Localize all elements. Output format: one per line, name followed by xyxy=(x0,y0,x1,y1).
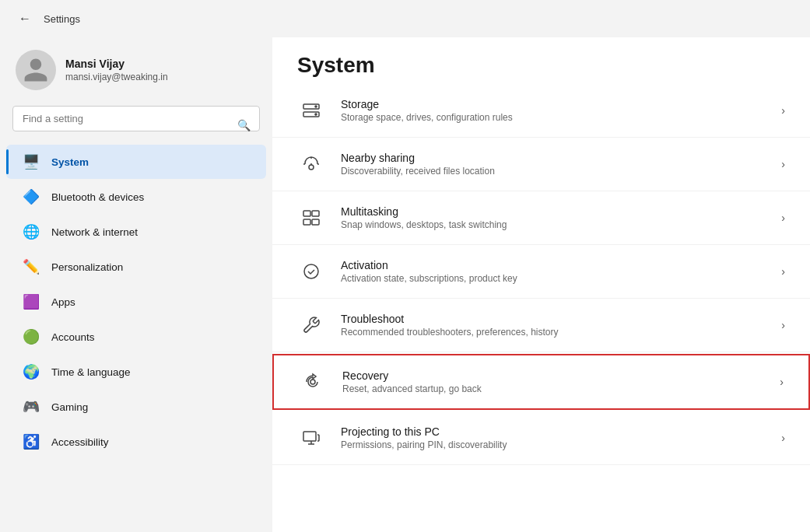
accessibility-icon: ♿ xyxy=(22,432,40,451)
sidebar-item-personalization[interactable]: ✏️ Personalization xyxy=(6,250,266,284)
sidebar-item-network[interactable]: 🌐 Network & internet xyxy=(6,215,266,249)
projecting-icon xyxy=(297,424,325,452)
network-icon: 🌐 xyxy=(22,222,40,241)
sidebar-item-gaming[interactable]: 🎮 Gaming xyxy=(6,390,266,424)
sidebar-label-gaming: Gaming xyxy=(51,401,88,413)
troubleshoot-title: Troubleshoot xyxy=(341,313,775,325)
panel-title: System xyxy=(272,37,810,90)
multitasking-desc: Snap windows, desktops, task switching xyxy=(341,219,775,230)
recovery-content: Recovery Reset, advanced startup, go bac… xyxy=(342,369,773,394)
recovery-title: Recovery xyxy=(342,369,773,382)
svg-rect-11 xyxy=(303,432,316,441)
accounts-icon: 🟢 xyxy=(22,327,40,346)
search-container: 🔍 xyxy=(0,106,272,144)
svg-point-4 xyxy=(309,165,314,170)
settings-item-activation[interactable]: Activation Activation state, subscriptio… xyxy=(272,245,810,299)
storage-icon xyxy=(297,96,325,124)
projecting-desc: Permissions, pairing PIN, discoverabilit… xyxy=(341,439,775,450)
svg-point-9 xyxy=(304,264,318,278)
back-button[interactable]: ← xyxy=(12,6,37,31)
settings-item-troubleshoot[interactable]: Troubleshoot Recommended troubleshooters… xyxy=(272,299,810,352)
bluetooth-icon: 🔷 xyxy=(22,187,40,206)
projecting-content: Projecting to this PC Permissions, pairi… xyxy=(341,425,775,450)
user-name: Mansi Vijay xyxy=(65,58,168,70)
nearby-sharing-content: Nearby sharing Discoverability, received… xyxy=(341,152,775,177)
search-icon: 🔍 xyxy=(237,119,251,131)
svg-rect-6 xyxy=(312,211,319,216)
multitasking-icon xyxy=(297,204,325,232)
recovery-desc: Reset, advanced startup, go back xyxy=(342,383,773,394)
activation-chevron: › xyxy=(781,265,785,278)
user-email: mansi.vijay@tweaking.in xyxy=(65,72,168,82)
main-content: Mansi Vijay mansi.vijay@tweaking.in 🔍 🖥️… xyxy=(0,37,810,532)
sidebar-item-time[interactable]: 🌍 Time & language xyxy=(6,355,266,389)
activation-content: Activation Activation state, subscriptio… xyxy=(341,259,775,284)
activation-icon xyxy=(297,257,325,285)
multitasking-chevron: › xyxy=(781,212,785,224)
settings-list: Storage Storage space, drives, configura… xyxy=(272,90,810,465)
sidebar-label-bluetooth: Bluetooth & devices xyxy=(51,191,144,203)
svg-point-2 xyxy=(315,106,317,107)
avatar xyxy=(16,50,56,90)
recovery-chevron: › xyxy=(780,376,784,388)
sidebar-item-bluetooth[interactable]: 🔷 Bluetooth & devices xyxy=(6,180,266,214)
sidebar-label-system: System xyxy=(51,156,89,168)
svg-rect-8 xyxy=(312,219,319,225)
search-input[interactable] xyxy=(12,106,260,131)
system-icon: 🖥️ xyxy=(22,152,40,171)
storage-content: Storage Storage space, drives, configura… xyxy=(341,98,775,123)
svg-rect-5 xyxy=(303,211,310,216)
app-title: Settings xyxy=(44,13,80,25)
projecting-title: Projecting to this PC xyxy=(341,425,775,438)
settings-item-multitasking[interactable]: Multitasking Snap windows, desktops, tas… xyxy=(272,191,810,245)
sidebar-item-accounts[interactable]: 🟢 Accounts xyxy=(6,320,266,354)
storage-desc: Storage space, drives, configuration rul… xyxy=(341,112,775,123)
right-panel: System Storage Storage space, drives, co… xyxy=(272,37,810,532)
svg-point-3 xyxy=(315,114,317,115)
multitasking-title: Multitasking xyxy=(341,205,775,218)
settings-item-storage[interactable]: Storage Storage space, drives, configura… xyxy=(272,90,810,138)
user-info: Mansi Vijay mansi.vijay@tweaking.in xyxy=(65,58,168,82)
svg-point-10 xyxy=(310,380,315,384)
sidebar-label-personalization: Personalization xyxy=(51,261,123,273)
sidebar-label-accounts: Accounts xyxy=(51,331,95,343)
storage-title: Storage xyxy=(341,98,775,110)
nav-list: 🖥️ System 🔷 Bluetooth & devices 🌐 Networ… xyxy=(0,145,272,459)
sidebar-label-accessibility: Accessibility xyxy=(51,436,109,448)
nearby-sharing-desc: Discoverability, received files location xyxy=(341,166,775,177)
sidebar-item-system[interactable]: 🖥️ System xyxy=(6,145,266,179)
activation-desc: Activation state, subscriptions, product… xyxy=(341,273,775,284)
sidebar-label-network: Network & internet xyxy=(51,226,138,238)
activation-title: Activation xyxy=(341,259,775,271)
recovery-icon xyxy=(299,368,327,396)
apps-icon: 🟪 xyxy=(22,292,40,311)
troubleshoot-desc: Recommended troubleshooters, preferences… xyxy=(341,327,775,338)
settings-item-recovery[interactable]: Recovery Reset, advanced startup, go bac… xyxy=(272,354,810,410)
sidebar-item-accessibility[interactable]: ♿ Accessibility xyxy=(6,425,266,459)
sidebar-label-time: Time & language xyxy=(51,366,131,378)
user-profile[interactable]: Mansi Vijay mansi.vijay@tweaking.in xyxy=(0,37,272,106)
personalization-icon: ✏️ xyxy=(22,257,40,276)
sidebar-label-apps: Apps xyxy=(51,296,75,308)
multitasking-content: Multitasking Snap windows, desktops, tas… xyxy=(341,205,775,230)
settings-item-nearby-sharing[interactable]: Nearby sharing Discoverability, received… xyxy=(272,138,810,191)
title-bar: ← Settings xyxy=(0,0,810,37)
nearby-sharing-chevron: › xyxy=(781,158,785,170)
settings-item-projecting[interactable]: Projecting to this PC Permissions, pairi… xyxy=(272,411,810,465)
sidebar-item-apps[interactable]: 🟪 Apps xyxy=(6,285,266,319)
time-icon: 🌍 xyxy=(22,362,40,381)
storage-chevron: › xyxy=(781,104,785,117)
nearby-sharing-title: Nearby sharing xyxy=(341,152,775,164)
svg-rect-7 xyxy=(303,219,310,225)
gaming-icon: 🎮 xyxy=(22,397,40,416)
troubleshoot-chevron: › xyxy=(781,319,785,331)
troubleshoot-icon xyxy=(297,311,325,339)
sidebar: Mansi Vijay mansi.vijay@tweaking.in 🔍 🖥️… xyxy=(0,37,272,532)
projecting-chevron: › xyxy=(781,432,785,444)
avatar-icon xyxy=(22,56,50,84)
nearby-sharing-icon xyxy=(297,150,325,178)
troubleshoot-content: Troubleshoot Recommended troubleshooters… xyxy=(341,313,775,338)
